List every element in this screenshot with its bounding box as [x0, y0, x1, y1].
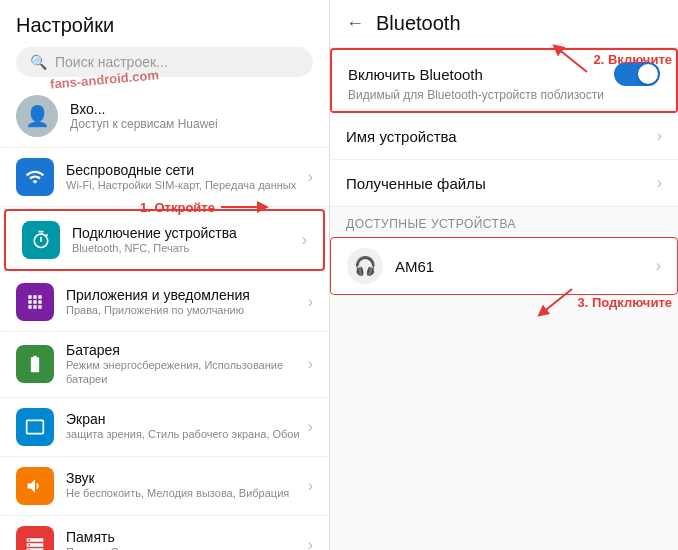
settings-panel: Настройки 🔍 Поиск настроек... 👤 Вхо... Д…	[0, 0, 330, 550]
display-icon	[16, 408, 54, 446]
battery-text: Батарея Режим энергосбережения, Использо…	[66, 342, 308, 387]
bluetooth-toggle-row[interactable]: Включить Bluetooth Видимый для Bluetooth…	[332, 50, 676, 111]
device-section: 🎧 AM61 › 3. Подключите	[330, 237, 678, 295]
sound-chevron: ›	[308, 477, 313, 495]
bt-toggle-top: Включить Bluetooth	[348, 62, 660, 86]
sidebar-item-sound[interactable]: Звук Не беспокоить, Мелодия вызова, Вибр…	[0, 457, 329, 516]
headphones-icon: 🎧	[347, 248, 383, 284]
search-bar[interactable]: 🔍 Поиск настроек...	[16, 47, 313, 77]
wireless-title: Беспроводные сети	[66, 162, 296, 178]
user-row[interactable]: 👤 Вхо... Доступ к сервисам Huawei	[0, 85, 329, 148]
avatar: 👤	[16, 95, 58, 137]
sidebar-item-device[interactable]: Подключение устройства Bluetooth, NFC, П…	[4, 209, 325, 271]
apps-title: Приложения и уведомления	[66, 287, 250, 303]
wifi-icon	[16, 158, 54, 196]
user-info: Вхо... Доступ к сервисам Huawei	[70, 101, 218, 131]
bluetooth-section: Включить Bluetooth Видимый для Bluetooth…	[330, 48, 678, 113]
device-name-chevron: ›	[657, 127, 662, 145]
sidebar-item-storage[interactable]: Память Память, Очистка памяти ›	[0, 516, 329, 550]
received-files-label: Полученные файлы	[346, 175, 657, 192]
apps-icon	[16, 283, 54, 321]
device-title: Подключение устройства	[72, 225, 237, 241]
back-button[interactable]: ←	[346, 13, 364, 34]
user-subtitle: Доступ к сервисам Huawei	[70, 117, 218, 131]
display-chevron: ›	[308, 418, 313, 436]
avatar-icon: 👤	[25, 104, 50, 128]
storage-title: Память	[66, 529, 192, 545]
battery-chevron: ›	[308, 355, 313, 373]
device-am61-chevron: ›	[656, 257, 661, 275]
battery-icon	[16, 345, 54, 383]
storage-text: Память Память, Очистка памяти	[66, 529, 192, 550]
storage-chevron: ›	[308, 536, 313, 550]
wireless-subtitle: Wi-Fi, Настройки SIM-карт, Передача данн…	[66, 178, 296, 192]
bt-enable-label: Включить Bluetooth	[348, 66, 483, 83]
battery-title: Батарея	[66, 342, 308, 358]
sound-title: Звук	[66, 470, 289, 486]
wireless-chevron: ›	[308, 168, 313, 186]
toggle-thumb	[638, 64, 658, 84]
annotation3-label: 3. Подключите	[578, 295, 673, 310]
device-chevron: ›	[302, 231, 307, 249]
storage-icon	[16, 526, 54, 550]
device-am61-name: AM61	[395, 258, 656, 275]
settings-list: Беспроводные сети Wi-Fi, Настройки SIM-к…	[0, 148, 329, 550]
received-files-chevron: ›	[657, 174, 662, 192]
sound-icon	[16, 467, 54, 505]
device-icon	[22, 221, 60, 259]
bt-subtitle: Видимый для Bluetooth-устройств поблизос…	[348, 88, 660, 102]
display-text: Экран защита зрения, Стиль рабочего экра…	[66, 411, 300, 441]
available-section-header: ДОСТУПНЫЕ УСТРОЙСТВА	[330, 207, 678, 237]
sidebar-item-display[interactable]: Экран защита зрения, Стиль рабочего экра…	[0, 398, 329, 457]
bluetooth-toggle[interactable]	[614, 62, 660, 86]
sidebar-item-apps[interactable]: Приложения и уведомления Права, Приложен…	[0, 273, 329, 332]
sound-text: Звук Не беспокоить, Мелодия вызова, Вибр…	[66, 470, 289, 500]
device-subtitle: Bluetooth, NFC, Печать	[72, 241, 237, 255]
display-title: Экран	[66, 411, 300, 427]
sidebar-item-battery[interactable]: Батарея Режим энергосбережения, Использо…	[0, 332, 329, 398]
sound-subtitle: Не беспокоить, Мелодия вызова, Вибрация	[66, 486, 289, 500]
bluetooth-panel: ← Bluetooth Включить Bluetooth Видимый д…	[330, 0, 678, 550]
device-name-label: Имя устройства	[346, 128, 657, 145]
apps-chevron: ›	[308, 293, 313, 311]
device-text: Подключение устройства Bluetooth, NFC, П…	[72, 225, 237, 255]
received-files-row[interactable]: Полученные файлы ›	[330, 160, 678, 207]
search-input: Поиск настроек...	[55, 54, 168, 70]
display-subtitle: защита зрения, Стиль рабочего экрана, Об…	[66, 427, 300, 441]
apps-text: Приложения и уведомления Права, Приложен…	[66, 287, 250, 317]
bluetooth-title: Bluetooth	[376, 12, 461, 35]
apps-subtitle: Права, Приложения по умолчанию	[66, 303, 250, 317]
search-icon: 🔍	[30, 54, 47, 70]
device-name-row[interactable]: Имя устройства ›	[330, 113, 678, 160]
device-am61-row[interactable]: 🎧 AM61 ›	[330, 237, 678, 295]
left-header: Настройки 🔍 Поиск настроек...	[0, 0, 329, 85]
wireless-text: Беспроводные сети Wi-Fi, Настройки SIM-к…	[66, 162, 296, 192]
settings-title: Настройки	[16, 14, 313, 37]
battery-subtitle: Режим энергосбережения, Использование ба…	[66, 358, 308, 387]
sidebar-item-wireless[interactable]: Беспроводные сети Wi-Fi, Настройки SIM-к…	[0, 148, 329, 207]
right-header: ← Bluetooth	[330, 0, 678, 48]
storage-subtitle: Память, Очистка памяти	[66, 545, 192, 550]
user-name: Вхо...	[70, 101, 218, 117]
